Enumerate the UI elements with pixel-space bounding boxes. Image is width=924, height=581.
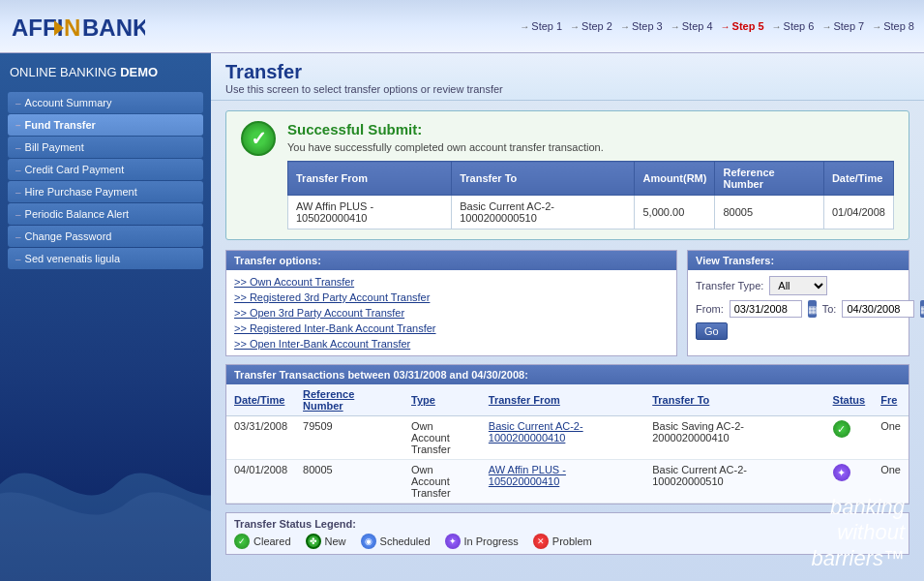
transfer-type-select[interactable]: All [769, 276, 827, 295]
from-date-row: From: ▦ To: ▦ [696, 300, 901, 318]
transactions-table: Date/Time Reference Number Type Transfer… [226, 384, 909, 504]
scheduled-icon: ◉ [361, 534, 376, 549]
legend-section: Transfer Status Legend: ✓ Cleared ✤ New … [225, 512, 909, 555]
col-amount: Amount(RM) [635, 162, 715, 196]
step-8[interactable]: → Step 8 [872, 20, 914, 32]
legend-problem: ✕ Problem [533, 534, 592, 549]
row2-ref: 80005 [295, 460, 403, 504]
row1-date: 03/31/2008 [226, 416, 295, 460]
th-date[interactable]: Date/Time [226, 384, 295, 416]
transfer-type-row: Transfer Type: All [696, 276, 901, 295]
step-1[interactable]: → Step 1 [520, 20, 562, 32]
from-date-calendar-icon[interactable]: ▦ [808, 300, 817, 318]
success-icon: ✓ [241, 121, 276, 156]
success-title: Successful Submit: [287, 121, 894, 138]
legend-title: Transfer Status Legend: [234, 518, 901, 530]
legend-items: ✓ Cleared ✤ New ◉ Scheduled ✦ In Progres… [234, 534, 901, 549]
success-content: Successful Submit: You have successfully… [287, 121, 894, 229]
legend-scheduled: ◉ Scheduled [361, 534, 431, 549]
th-ref[interactable]: Reference Number [295, 384, 403, 416]
sidebar-decoration [0, 387, 211, 581]
steps-bar: → Step 1 → Step 2 → Step 3 → Step 4 → St… [520, 20, 914, 32]
status-inprogress-icon: ✦ [833, 464, 850, 481]
success-table: Transfer From Transfer To Amount(RM) Ref… [287, 161, 894, 229]
ref-number-value: 80005 [715, 196, 823, 229]
step-5[interactable]: → Step 5 [721, 20, 764, 32]
sidebar: ONLINE BANKING DEMO – Account Summary – … [0, 53, 211, 581]
success-box: ✓ Successful Submit: You have successful… [225, 110, 909, 240]
main-layout: ONLINE BANKING DEMO – Account Summary – … [0, 53, 924, 581]
open-3rd-party-link[interactable]: >> Open 3rd Party Account Transfer [234, 307, 669, 319]
svg-text:N: N [64, 15, 80, 41]
transactions-section: Transfer Transactions between 03/31/2008… [225, 364, 909, 505]
sidebar-item-hire-purchase[interactable]: – Hire Purchase Payment [8, 181, 203, 202]
go-button-row: Go [696, 322, 901, 340]
col-date-time: Date/Time [823, 162, 893, 196]
transfer-options-header: Transfer options: [226, 251, 676, 270]
transfer-to-value: Basic Current AC-2-1000200000510 [452, 196, 635, 229]
step-3[interactable]: → Step 3 [620, 20, 663, 32]
sidebar-title: ONLINE BANKING DEMO [0, 53, 211, 87]
header: AFFI N BANK → Step 1 → Step 2 → Step 3 →… [0, 0, 924, 53]
legend-cleared: ✓ Cleared [234, 534, 291, 549]
transfer-options-list: >> Own Account Transfer >> Registered 3r… [226, 270, 676, 355]
step-6[interactable]: → Step 6 [772, 20, 815, 32]
open-inter-bank-link[interactable]: >> Open Inter-Bank Account Transfer [234, 338, 669, 350]
new-icon: ✤ [306, 534, 321, 549]
registered-3rd-party-link[interactable]: >> Registered 3rd Party Account Transfer [234, 291, 669, 303]
table-row: 04/01/2008 80005 Own AccountTransfer AW … [226, 460, 909, 504]
from-date-input[interactable] [730, 300, 802, 318]
to-date-label: To: [822, 303, 837, 315]
success-description: You have successfully completed own acco… [287, 141, 894, 153]
row1-status: ✓ [825, 416, 874, 460]
table-header-row: Date/Time Reference Number Type Transfer… [226, 384, 909, 416]
th-freq[interactable]: Fre [873, 384, 909, 416]
step-4[interactable]: → Step 4 [671, 20, 713, 32]
transfer-from-value: AW Affin PLUS - 105020000410 [288, 196, 452, 229]
cleared-label: Cleared [253, 535, 291, 547]
sidebar-item-fund-transfer[interactable]: – Fund Transfer [8, 114, 203, 136]
row2-date: 04/01/2008 [226, 460, 295, 504]
row2-to: Basic Current AC-2-100020000510 [644, 460, 824, 504]
go-button[interactable]: Go [696, 322, 728, 340]
registered-inter-bank-link[interactable]: >> Registered Inter-Bank Account Transfe… [234, 322, 669, 334]
th-to[interactable]: Transfer To [644, 384, 824, 416]
row1-to: Basic Saving AC-2-2000020000410 [644, 416, 824, 460]
row1-freq: One [873, 416, 909, 460]
legend-inprogress: ✦ In Progress [445, 534, 519, 549]
status-cleared-icon: ✓ [833, 420, 850, 438]
page-title: Transfer [225, 61, 909, 83]
own-account-transfer-link[interactable]: >> Own Account Transfer [234, 276, 669, 288]
two-column-section: Transfer options: >> Own Account Transfe… [225, 250, 909, 356]
sidebar-item-sed-venenatis[interactable]: – Sed venenatis ligula [8, 248, 203, 269]
sidebar-item-account-summary[interactable]: – Account Summary [8, 92, 203, 113]
row1-type: Own AccountTransfer [403, 416, 481, 460]
sidebar-item-change-password[interactable]: – Change Password [8, 226, 203, 247]
sidebar-item-periodic-balance[interactable]: – Periodic Balance Alert [8, 203, 203, 225]
view-transfers-panel: View Transfers: Transfer Type: All From:… [687, 250, 909, 356]
table-row: AW Affin PLUS - 105020000410 Basic Curre… [288, 196, 894, 229]
col-ref-number: Reference Number [715, 162, 823, 196]
transfer-type-label: Transfer Type: [696, 280, 763, 291]
inprogress-icon: ✦ [445, 534, 461, 549]
sidebar-item-credit-card[interactable]: – Credit Card Payment [8, 159, 203, 180]
sidebar-menu: – Account Summary – Fund Transfer – Bill… [0, 92, 211, 269]
row1-from: Basic Current AC-2-1000200000410 [481, 416, 644, 460]
th-from[interactable]: Transfer From [481, 384, 644, 416]
to-date-calendar-icon[interactable]: ▦ [920, 300, 924, 318]
svg-text:BANK: BANK [82, 15, 145, 41]
from-date-label: From: [696, 303, 724, 315]
bottom-brand: banking without barriers™ [811, 495, 905, 571]
table-row: 03/31/2008 79509 Own AccountTransfer Bas… [226, 416, 909, 460]
step-7[interactable]: → Step 7 [821, 20, 864, 32]
th-status[interactable]: Status [825, 384, 874, 416]
step-2[interactable]: → Step 2 [570, 20, 612, 32]
logo: AFFI N BANK [10, 7, 145, 46]
view-transfers-header: View Transfers: [688, 251, 909, 270]
sidebar-item-bill-payment[interactable]: – Bill Payment [8, 137, 203, 158]
to-date-input[interactable] [842, 300, 914, 318]
th-type[interactable]: Type [403, 384, 481, 416]
problem-label: Problem [552, 535, 592, 547]
brand-line1: banking [811, 495, 905, 520]
col-transfer-from: Transfer From [288, 162, 452, 196]
